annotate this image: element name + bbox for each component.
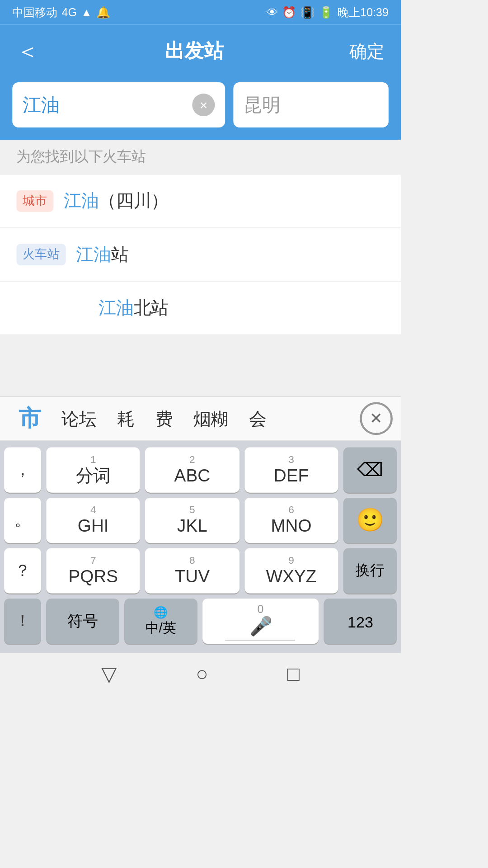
key-7[interactable]: 7 PQRS [46,548,140,594]
result-highlight-2: 江油 [76,245,111,264]
result-item-city[interactable]: 城市 江油（四川） [0,175,401,228]
eye-icon: 👁 [267,6,278,19]
signal-icon: 4G [61,6,76,19]
nav-back-button[interactable]: ▽ [101,661,117,686]
emoji-key[interactable]: 🙂 [343,498,397,543]
space-num: 0 [258,602,264,614]
header: ＜ 出发站 确定 [0,25,401,82]
key-9-letter: WXYZ [266,566,317,587]
key-1-letter: 分词 [76,466,111,486]
num-key[interactable]: 123 [324,599,397,644]
key-exclaim[interactable]: ！ [4,599,41,644]
wifi-icon: ▲ [81,6,92,19]
space-key[interactable]: 0 🎤 [202,599,319,644]
key-period[interactable]: 。 [4,498,41,543]
status-left: 中国移动 4G ▲ 🔔 [12,5,110,20]
suggestion-item-3[interactable]: 费 [145,403,183,435]
left-keys: ， 。 ？ ！ [4,448,41,649]
key-6[interactable]: 6 MNO [244,498,338,543]
key-6-num: 6 [288,504,294,516]
lang-key[interactable]: 🌐 中/英 [124,599,197,644]
result-text-station1: 江油站 [76,243,128,266]
key-3[interactable]: 3 DEF [244,448,338,493]
backspace-icon: ⌫ [357,459,383,481]
result-highlight: 江油 [64,191,99,211]
key-1[interactable]: 1 分词 [46,448,140,493]
key-4-num: 4 [90,504,96,516]
key-8-num: 8 [189,554,195,566]
key-4-letter: GHI [78,516,109,537]
key-6-letter: MNO [271,516,311,537]
key-5-letter: JKL [177,516,207,537]
lang-label: 中/英 [145,618,176,637]
nav-home-button[interactable]: ○ [196,662,208,685]
alarm-icon: ⏰ [282,6,296,19]
key-5-num: 5 [189,504,195,516]
to-input-value: 昆明 [244,93,281,118]
keyboard-row-3: 7 PQRS 8 TUV 9 WXYZ 换行 [46,548,397,594]
keyboard-row-1: 1 分词 2 ABC 3 DEF ⌫ [46,448,397,493]
confirm-button[interactable]: 确定 [349,40,384,63]
key-2-num: 2 [189,453,195,466]
keyboard-main: ， 。 ？ ！ 1 分词 2 ABC 3 DEF [4,448,397,649]
tag-city: 城市 [16,190,53,212]
key-2[interactable]: 2 ABC [145,448,239,493]
back-button[interactable]: ＜ [16,36,39,67]
mic-icon: 🎤 [249,614,272,637]
space-underline [225,639,296,640]
key-question[interactable]: ？ [4,548,41,594]
key-8[interactable]: 8 TUV [145,548,239,594]
from-input-wrap[interactable]: × [12,82,225,127]
tag-station: 火车站 [16,244,66,265]
keyboard-bottom-row: 符号 🌐 中/英 0 🎤 123 [46,599,397,644]
key-8-letter: TUV [175,566,210,587]
symbol-key[interactable]: 符号 [46,599,119,644]
to-input-wrap[interactable]: 昆明 [234,82,389,127]
search-row: × 昆明 [0,82,401,140]
enter-label: 换行 [356,561,385,580]
suggestion-bar: 市 论坛 耗 费 烟糊 会 ✕ [0,396,401,441]
time-label: 晚上10:39 [338,5,389,20]
key-3-letter: DEF [274,466,309,486]
suggestion-active[interactable]: 市 [8,399,52,438]
suggestion-delete-button[interactable]: ✕ [360,402,393,435]
from-input[interactable] [23,94,192,116]
result-text-city: 江油（四川） [64,189,169,213]
result-highlight-3: 江油 [99,298,133,318]
suggestion-item-5[interactable]: 会 [239,403,277,435]
nav-bar: ▽ ○ □ [0,653,401,694]
nav-recent-button[interactable]: □ [287,662,300,685]
keyboard-cols: 1 分词 2 ABC 3 DEF ⌫ 4 GHI [46,448,397,649]
suggestion-item-4[interactable]: 烟糊 [183,403,239,435]
key-4[interactable]: 4 GHI [46,498,140,543]
hint-bar: 为您找到以下火车站 [0,140,401,175]
clear-button[interactable]: × [192,94,215,116]
status-right: 👁 ⏰ 📳 🔋 晚上10:39 [267,5,389,20]
key-2-letter: ABC [174,466,211,486]
carrier-label: 中国移动 [12,5,57,20]
page-title: 出发站 [165,38,224,65]
key-9[interactable]: 9 WXYZ [244,548,338,594]
result-item-station2[interactable]: 江油北站 [0,282,401,334]
key-comma[interactable]: ， [4,448,41,493]
keyboard-row-2: 4 GHI 5 JKL 6 MNO 🙂 [46,498,397,543]
suggestion-item-1[interactable]: 论坛 [52,403,107,435]
suggestion-item-2[interactable]: 耗 [107,403,145,435]
result-text-station2: 江油北站 [99,296,169,320]
result-item-station1[interactable]: 火车站 江油站 [0,228,401,282]
results-list: 城市 江油（四川） 火车站 江油站 江油北站 [0,175,401,335]
globe-icon: 🌐 [154,605,168,619]
vibrate-icon: 📳 [300,6,315,19]
backspace-key[interactable]: ⌫ [343,448,397,493]
emoji-icon: 🙂 [356,507,384,534]
key-3-num: 3 [288,453,294,466]
key-7-letter: PQRS [68,566,118,587]
symbol-label: 符号 [67,611,98,631]
key-7-num: 7 [90,554,96,566]
key-1-num: 1 [90,453,96,466]
key-5[interactable]: 5 JKL [145,498,239,543]
key-9-num: 9 [288,554,294,566]
bell-icon: 🔔 [96,6,111,19]
enter-key[interactable]: 换行 [343,548,397,594]
num-label: 123 [347,613,373,630]
